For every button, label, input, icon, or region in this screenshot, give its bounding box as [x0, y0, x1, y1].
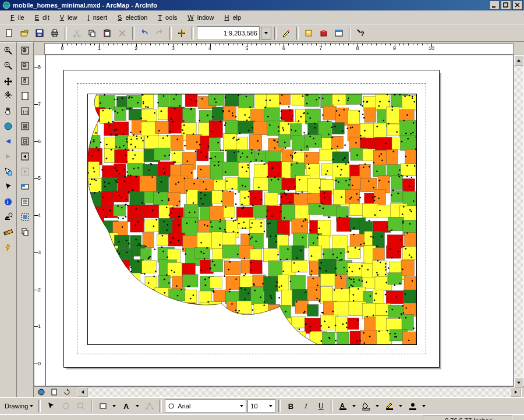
add-data-button[interactable] [175, 26, 189, 40]
scale-input[interactable]: 1:9,203,586 [197, 26, 260, 40]
identify-button[interactable]: i [1, 195, 15, 209]
maximize-button[interactable] [501, 1, 511, 10]
fill-color-button[interactable] [359, 399, 373, 413]
delete-button[interactable] [115, 26, 129, 40]
svg-point-1212 [374, 196, 376, 198]
font-size-combo[interactable]: 10 [247, 399, 275, 413]
zoom-out-button[interactable] [1, 59, 15, 73]
menu-tools[interactable]: Tools [151, 13, 180, 22]
font-color-dropdown[interactable] [350, 399, 358, 413]
toggle-draft-mode-button[interactable] [18, 195, 32, 209]
italic-button[interactable]: I [299, 399, 313, 413]
layout-fixed-zoom-out-button[interactable] [18, 134, 32, 148]
fixed-zoom-out-button[interactable] [1, 89, 15, 103]
svg-rect-102 [115, 107, 126, 121]
command-line-button[interactable] [332, 26, 346, 40]
select-elements-button[interactable] [1, 180, 15, 194]
new-text-button[interactable]: A [119, 399, 133, 413]
minimize-button[interactable] [489, 1, 500, 10]
print-button[interactable] [48, 26, 62, 40]
scroll-up-button[interactable] [514, 55, 523, 66]
scale-dropdown[interactable] [261, 27, 271, 40]
paste-button[interactable] [100, 26, 114, 40]
layout-next-extent-button[interactable] [18, 165, 32, 179]
save-button[interactable] [33, 26, 47, 40]
full-extent-button[interactable] [1, 119, 15, 133]
svg-point-784 [363, 332, 365, 334]
data-frame[interactable] [87, 94, 417, 345]
layout-pan-button[interactable] [18, 74, 32, 88]
vertical-scrollbar[interactable] [514, 55, 524, 386]
zoom-control-button[interactable] [18, 180, 32, 194]
hyperlink-button[interactable] [1, 240, 15, 254]
layout-zoom-out-button[interactable] [18, 59, 32, 73]
svg-point-1197 [97, 276, 98, 277]
horizontal-scrollbar[interactable] [77, 387, 522, 397]
underline-button[interactable]: U [314, 399, 328, 413]
arctoolbox-button[interactable] [317, 26, 331, 40]
undo-button[interactable] [137, 26, 151, 40]
layout-zoom-in-button[interactable] [18, 44, 32, 58]
font-name-combo[interactable]: Arial [165, 399, 246, 413]
pan-button[interactable] [1, 104, 15, 118]
layout-canvas[interactable] [45, 55, 514, 386]
menu-edit[interactable]: Edit [28, 13, 53, 22]
font-color-button[interactable]: A [336, 399, 350, 413]
line-color-button[interactable] [383, 399, 396, 413]
zoom-in-button[interactable] [1, 44, 15, 58]
select-graphic-button[interactable] [44, 399, 58, 413]
layout-view-button[interactable] [49, 387, 59, 397]
zoom-whole-page-button[interactable] [18, 89, 32, 103]
editor-toolbar-button[interactable] [279, 26, 293, 40]
zoom-to-selected-button[interactable] [74, 399, 88, 413]
shape-dropdown[interactable] [110, 399, 118, 413]
arccatalog-button[interactable] [302, 26, 316, 40]
menu-window[interactable]: Window [180, 13, 217, 22]
text-dropdown[interactable] [133, 399, 141, 413]
menu-selection[interactable]: Selection [111, 13, 151, 22]
svg-point-1354 [356, 193, 358, 195]
scroll-right-button[interactable] [511, 387, 521, 397]
drawing-menu[interactable]: Drawing [2, 401, 36, 411]
svg-point-641 [193, 133, 194, 135]
measure-button[interactable] [1, 225, 15, 239]
cut-button[interactable] [70, 26, 84, 40]
scroll-left-button[interactable] [77, 387, 88, 397]
edit-vertices-button[interactable] [143, 399, 157, 413]
help-button[interactable]: ? [354, 26, 368, 40]
svg-point-941 [97, 328, 99, 329]
previous-extent-button[interactable] [1, 134, 15, 148]
change-layout-button[interactable] [18, 225, 32, 239]
svg-point-901 [96, 246, 98, 248]
new-button[interactable] [2, 26, 16, 40]
line-color-dropdown[interactable] [396, 399, 405, 413]
fill-color-dropdown[interactable] [373, 399, 381, 413]
redo-button[interactable] [153, 26, 167, 40]
svg-point-1231 [127, 287, 129, 289]
focus-data-frame-button[interactable] [18, 210, 32, 224]
new-rectangle-button[interactable] [96, 399, 110, 413]
layout-prev-extent-button[interactable] [18, 150, 32, 163]
menu-help[interactable]: Help [217, 13, 245, 22]
close-button[interactable] [512, 1, 523, 10]
layout-fixed-zoom-in-button[interactable] [18, 119, 32, 133]
svg-point-1353 [128, 243, 130, 244]
next-extent-button[interactable] [1, 150, 15, 163]
data-view-button[interactable] [36, 387, 47, 397]
select-features-button[interactable] [1, 165, 15, 179]
menu-view[interactable]: View [53, 13, 81, 22]
svg-point-764 [200, 269, 202, 271]
scroll-down-button[interactable] [514, 378, 523, 388]
marker-color-button[interactable] [406, 399, 420, 413]
bold-button[interactable]: B [284, 399, 298, 413]
marker-color-dropdown[interactable] [420, 399, 428, 413]
fixed-zoom-in-button[interactable] [1, 74, 15, 88]
copy-button[interactable] [85, 26, 99, 40]
menu-file[interactable]: File [3, 13, 28, 22]
rotate-button[interactable] [59, 399, 73, 413]
refresh-button[interactable] [62, 387, 72, 397]
menu-insert[interactable]: Insert [81, 13, 111, 22]
open-button[interactable] [17, 26, 31, 40]
find-button[interactable] [1, 210, 15, 224]
zoom-100-button[interactable]: 1:1 [18, 104, 32, 118]
